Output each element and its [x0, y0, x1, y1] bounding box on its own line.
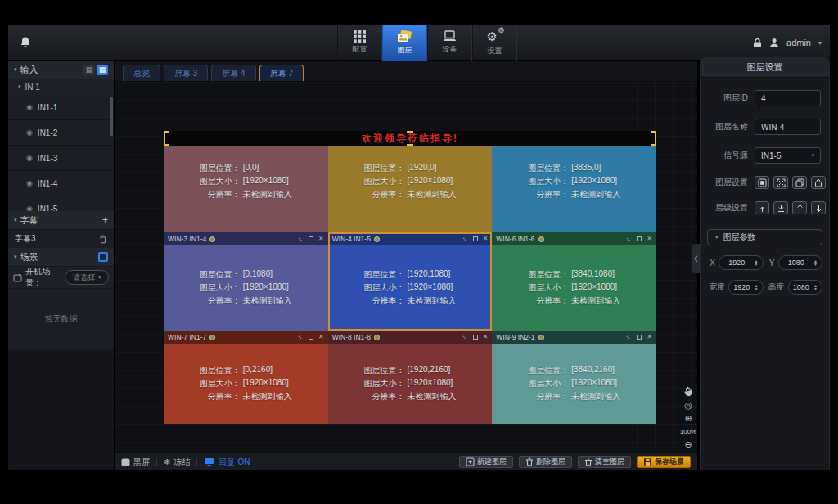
- input-list-scrollbar[interactable]: [110, 97, 113, 136]
- save-scene-button[interactable]: 保存场景: [637, 456, 691, 468]
- close-icon[interactable]: ✕: [647, 236, 652, 242]
- layer-window-body[interactable]: 图层位置：[3840,2160] 图层大小：[1920×1080] 分辨率：未检…: [492, 344, 656, 424]
- width-input[interactable]: [729, 283, 755, 291]
- collapse-caret-icon[interactable]: ▾: [14, 66, 17, 73]
- grid-view-toggle[interactable]: ▦: [97, 65, 108, 75]
- layer-window-body[interactable]: 图层位置：[0,1080] 图层大小：[1920×1080] 分辨率：未检测到输…: [164, 245, 328, 331]
- new-layer-button[interactable]: 新建图层: [459, 456, 513, 468]
- x-input[interactable]: [719, 259, 755, 267]
- height-stepper[interactable]: ▲▼: [788, 280, 823, 295]
- blackout-toggle[interactable]: 黑屏: [121, 457, 150, 468]
- input-group-in1[interactable]: ▾ IN 1: [8, 79, 114, 95]
- selection-handle[interactable]: [407, 131, 413, 133]
- group-caret-icon[interactable]: ▾: [18, 83, 21, 90]
- step-down-icon[interactable]: ▼: [813, 263, 818, 266]
- pan-hand-icon[interactable]: [683, 386, 693, 397]
- lock-layer-button[interactable]: [811, 176, 826, 189]
- move-down-button[interactable]: [811, 201, 826, 214]
- layer-window-body[interactable]: 图层位置：[1920,2160] 图层大小：[1920×1080] 分辨率：未检…: [328, 344, 493, 424]
- tab-overview[interactable]: 总览: [123, 65, 160, 81]
- maximize-icon[interactable]: [309, 236, 313, 241]
- collapse-caret-icon[interactable]: ▾: [14, 254, 17, 260]
- clear-layers-button[interactable]: 清空图层: [578, 456, 631, 468]
- layer-titlebar[interactable]: WIN-8 IN1-8 ↔ ✕: [328, 331, 493, 344]
- resize-icon[interactable]: ↔: [460, 234, 469, 243]
- resize-icon[interactable]: ↔: [624, 332, 633, 341]
- y-input[interactable]: [779, 259, 814, 267]
- subtitle-marquee-layer[interactable]: 欢迎领导莅临指导!: [164, 131, 656, 146]
- step-down-icon[interactable]: ▼: [755, 287, 759, 290]
- close-icon[interactable]: ✕: [483, 334, 489, 340]
- layer-window-win7[interactable]: WIN-7 IN1-7 ↔ ✕ 图层位置：[0,2160] 图层大: [164, 331, 328, 424]
- layer-window-body[interactable]: 图层位置：[1920,1080] 图层大小：[1920×1080] 分辨率：未检…: [328, 245, 493, 331]
- layer-window-body[interactable]: 图层位置：[3835,0] 图层大小：[1920×1080] 分辨率：未检测到输…: [492, 131, 656, 232]
- nav-layers[interactable]: 图层: [382, 25, 427, 61]
- height-input[interactable]: [789, 283, 814, 291]
- boot-scene-select[interactable]: 请选择 ▾: [65, 270, 109, 285]
- tab-screen-4[interactable]: 屏幕 4: [211, 65, 255, 81]
- close-icon[interactable]: ✕: [318, 334, 324, 340]
- layer-window-win4-selected[interactable]: WIN-4 IN1-5 ↔ ✕ 图层位置：[1920,1080]: [328, 232, 493, 331]
- resize-icon[interactable]: ↔: [295, 234, 304, 243]
- add-subtitle-button[interactable]: +: [102, 214, 108, 226]
- delete-subtitle-icon[interactable]: [99, 235, 107, 244]
- layer-window-win6[interactable]: WIN-6 IN1-6 ↔ ✕ 图层位置：[3840,1080]: [492, 232, 656, 331]
- layer-window-3[interactable]: 图层位置：[3835,0] 图层大小：[1920×1080] 分辨率：未检测到输…: [492, 131, 656, 232]
- maximize-icon[interactable]: [473, 236, 478, 241]
- layer-titlebar[interactable]: WIN-6 IN1-6 ↔ ✕: [492, 232, 656, 245]
- layer-window-body[interactable]: 图层位置：[1920,0] 图层大小：[1920×1080] 分辨率：未检测到输…: [328, 131, 493, 232]
- close-icon[interactable]: ✕: [318, 236, 324, 242]
- resize-icon[interactable]: ↔: [295, 332, 304, 341]
- user-menu-caret-icon[interactable]: ▾: [818, 39, 822, 47]
- zoom-out-icon[interactable]: ⊖: [684, 440, 692, 449]
- layer-window-body[interactable]: 图层位置：[0,2160] 图层大小：[1920×1080] 分辨率：未检测到输…: [164, 344, 328, 424]
- list-view-toggle[interactable]: ▤: [83, 65, 95, 75]
- echo-toggle[interactable]: 回显 ON: [204, 457, 250, 468]
- expand-screen-button[interactable]: [773, 176, 788, 189]
- input-item-in1-2[interactable]: ◉ IN1-2: [8, 120, 114, 145]
- input-item-in1-3[interactable]: ◉ IN1-3: [8, 146, 114, 170]
- tab-screen-3[interactable]: 屏幕 3: [164, 65, 208, 81]
- zoom-in-icon[interactable]: ⊕: [684, 414, 692, 423]
- width-stepper[interactable]: ▲▼: [728, 280, 764, 295]
- input-section-header[interactable]: ▾ 输入 ▤ ▦: [8, 61, 114, 79]
- send-to-bottom-button[interactable]: [773, 201, 788, 214]
- delete-layer-button[interactable]: 删除图层: [519, 456, 572, 468]
- source-select[interactable]: IN1-5 ▾: [755, 147, 821, 164]
- bring-to-top-button[interactable]: [755, 201, 769, 214]
- layer-name-input[interactable]: [755, 119, 821, 135]
- layer-titlebar[interactable]: WIN-3 IN1-4 ↔ ✕: [164, 232, 328, 245]
- x-stepper[interactable]: ▲▼: [719, 255, 764, 270]
- selection-handle[interactable]: [651, 131, 656, 146]
- step-down-icon[interactable]: ▼: [755, 263, 759, 266]
- layer-id-input[interactable]: [755, 90, 821, 106]
- collapse-caret-icon[interactable]: ▾: [14, 217, 17, 223]
- layer-window-body[interactable]: 图层位置：[0,0] 图层大小：[1920×1080] 分辨率：未检测到输入: [164, 131, 328, 232]
- close-icon[interactable]: ✕: [483, 236, 489, 242]
- selection-handle[interactable]: [407, 144, 413, 146]
- notification-bell-icon[interactable]: [20, 36, 31, 49]
- layer-params-header[interactable]: ▾ 图层参数: [707, 229, 822, 245]
- layer-window-win8[interactable]: WIN-8 IN1-8 ↔ ✕ 图层位置：[1920,2160]: [328, 331, 493, 424]
- collapse-panel-handle[interactable]: ❮: [692, 244, 700, 273]
- layout-canvas[interactable]: 欢迎领导莅临指导! 图层位置：[0,0] 图层大小：[1920×1080] 分辨…: [115, 82, 697, 452]
- subtitle-section-header[interactable]: ▾ 字幕 +: [8, 211, 114, 229]
- maximize-icon[interactable]: [637, 236, 642, 241]
- input-item-in1-4[interactable]: ◉ IN1-4: [8, 171, 114, 196]
- layer-window-win9[interactable]: WIN-9 IN2-1 ↔ ✕ 图层位置：[3840,2160]: [492, 331, 656, 424]
- nav-devices[interactable]: 设备: [427, 25, 472, 61]
- lock-icon[interactable]: [753, 38, 762, 48]
- input-item-in1-1[interactable]: ◉ IN1-1: [8, 95, 114, 119]
- step-down-icon[interactable]: ▼: [813, 287, 818, 290]
- selection-handle[interactable]: [164, 131, 169, 146]
- nav-config[interactable]: 配置: [337, 25, 382, 61]
- layer-titlebar[interactable]: WIN-9 IN2-1 ↔ ✕: [492, 331, 656, 344]
- clone-layer-button[interactable]: [792, 176, 807, 189]
- locate-target-icon[interactable]: ◎: [684, 401, 692, 410]
- username[interactable]: admin: [786, 38, 811, 47]
- layer-window-2[interactable]: 图层位置：[1920,0] 图层大小：[1920×1080] 分辨率：未检测到输…: [328, 131, 493, 232]
- scene-select-checkbox[interactable]: [98, 252, 108, 262]
- layer-window-1[interactable]: 图层位置：[0,0] 图层大小：[1920×1080] 分辨率：未检测到输入: [164, 131, 328, 232]
- input-item-in1-5[interactable]: ◉ IN1-5: [8, 196, 114, 211]
- scene-section-header[interactable]: ▾ 场景: [8, 248, 114, 266]
